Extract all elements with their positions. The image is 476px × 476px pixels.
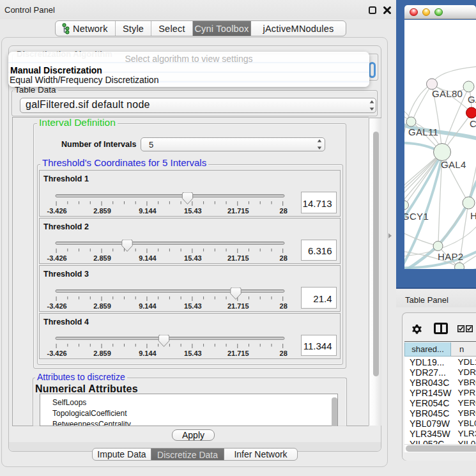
svg-text:GAL4: GAL4 bbox=[441, 159, 466, 170]
svg-text:H: H bbox=[470, 210, 476, 221]
svg-text:GAL80: GAL80 bbox=[432, 88, 463, 99]
svg-text:HAP2: HAP2 bbox=[438, 251, 463, 262]
svg-text:C: C bbox=[470, 118, 476, 129]
svg-text:GAL11: GAL11 bbox=[408, 127, 438, 137]
svg-text:GA: GA bbox=[468, 94, 476, 105]
svg-text:GCY1: GCY1 bbox=[402, 211, 429, 222]
